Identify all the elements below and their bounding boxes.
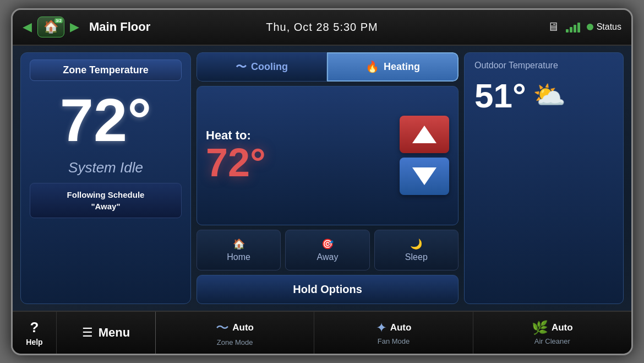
outdoor-panel: Outdoor Temperature 51° ⛅ [464,52,624,304]
air-cleaner-button[interactable]: 🌿 Auto Air Cleaner [473,312,631,354]
home-mode-button[interactable]: 🏠 Home [197,230,281,270]
heat-cool-panel: 〜 Cooling 🔥 Heating Heat to: 72° [197,52,459,304]
status-area: 🖥 Status [422,20,621,34]
zone-mode-button[interactable]: 〜 Auto Zone Mode [156,312,314,354]
datetime-display: Thu, Oct 28 5:30 PM [222,21,422,34]
floor-name: Main Floor [89,20,150,34]
signal-bar-1 [566,29,569,32]
sleep-mode-icon: 🌙 [410,238,422,250]
mode-tabs: 〜 Cooling 🔥 Heating [197,52,459,82]
away-mode-label: Away [317,252,339,262]
fan-mode-icon: ✦ [376,320,387,335]
cooling-label: Cooling [251,61,288,73]
outdoor-temp-row: 51° ⛅ [474,76,613,115]
zone-panel: Zone Temperature 72° System Idle Followi… [20,52,191,304]
weather-icon: ⛅ [533,80,566,111]
heat-controls: Heat to: 72° [197,86,459,225]
mode-buttons: 🏠 Home 🎯 Away 🌙 Sleep [197,230,459,270]
zone-temperature: 72° [60,90,151,150]
heating-label: Heating [384,61,420,73]
signal-bar-2 [570,27,572,32]
help-icon: ? [30,319,39,336]
sleep-mode-label: Sleep [405,252,428,262]
status-indicator: Status [587,22,621,32]
home-badge: 3/2 [54,18,63,23]
temp-up-button[interactable] [400,116,449,153]
status-label: Status [597,22,621,32]
device-frame: ◀ 🏠 3/2 ▶ Main Floor Thu, Oct 28 5:30 PM… [11,8,633,355]
monitor-icon: 🖥 [547,20,559,34]
heat-label-temp: Heat to: 72° [206,128,393,182]
zone-mode-main: Auto [232,322,254,333]
up-arrow-icon [412,126,436,143]
outdoor-title: Outdoor Temperature [474,61,613,71]
menu-button[interactable]: ☰ Menu [57,312,156,354]
top-bar: ◀ 🏠 3/2 ▶ Main Floor Thu, Oct 28 5:30 PM… [13,10,631,46]
signal-bars [566,21,580,32]
zone-title: Zone Temperature [30,59,182,81]
home-mode-icon: 🏠 [233,238,245,250]
outdoor-temperature: 51° [474,76,526,115]
down-arrow-icon [412,167,436,185]
heat-setpoint: 72° [206,143,393,182]
hold-options-label: Hold Options [293,283,362,295]
schedule-text: Following Schedule"Away" [67,190,145,211]
system-status: System Idle [68,159,143,176]
main-content: Zone Temperature 72° System Idle Followi… [13,46,631,311]
temp-down-button[interactable] [400,158,449,195]
nav-left: ◀ 🏠 3/2 ▶ Main Floor [23,17,222,37]
status-dot [587,24,593,30]
hold-options-button[interactable]: Hold Options [197,275,459,304]
zone-mode-top: 〜 Auto [216,319,254,337]
bottom-bar: ? Help ☰ Menu 〜 Auto Zone Mode ✦ Auto Fa… [13,311,631,354]
help-label: Help [26,338,42,346]
heating-tab[interactable]: 🔥 Heating [327,52,459,82]
air-cleaner-icon: 🌿 [532,320,548,335]
air-cleaner-main: Auto [552,322,573,333]
signal-bar-3 [574,25,576,32]
outdoor-card: Outdoor Temperature 51° ⛅ [464,52,624,304]
heating-icon: 🔥 [365,60,379,73]
fan-mode-main: Auto [390,322,412,333]
help-button[interactable]: ? Help [13,312,57,354]
fan-mode-button[interactable]: ✦ Auto Fan Mode [314,312,473,354]
menu-label: Menu [99,326,130,340]
home-button[interactable]: 🏠 3/2 [37,17,64,37]
schedule-info: Following Schedule"Away" [30,183,182,218]
away-mode-button[interactable]: 🎯 Away [285,230,369,270]
home-mode-label: Home [227,252,250,262]
cooling-icon: 〜 [236,59,247,74]
air-cleaner-top: 🌿 Auto [532,320,573,335]
zone-mode-sub: Zone Mode [217,338,253,346]
cooling-tab[interactable]: 〜 Cooling [197,52,327,82]
zone-mode-icon: 〜 [216,319,229,337]
menu-icon: ☰ [82,326,93,340]
nav-back-button[interactable]: ◀ [23,20,32,34]
nav-forward-button[interactable]: ▶ [70,20,79,34]
air-cleaner-sub: Air Cleaner [534,337,570,345]
sleep-mode-button[interactable]: 🌙 Sleep [374,230,459,270]
signal-bar-4 [577,23,580,32]
temp-buttons [400,116,449,195]
away-mode-icon: 🎯 [321,238,334,250]
fan-mode-top: ✦ Auto [376,320,412,335]
fan-mode-sub: Fan Mode [378,337,410,345]
